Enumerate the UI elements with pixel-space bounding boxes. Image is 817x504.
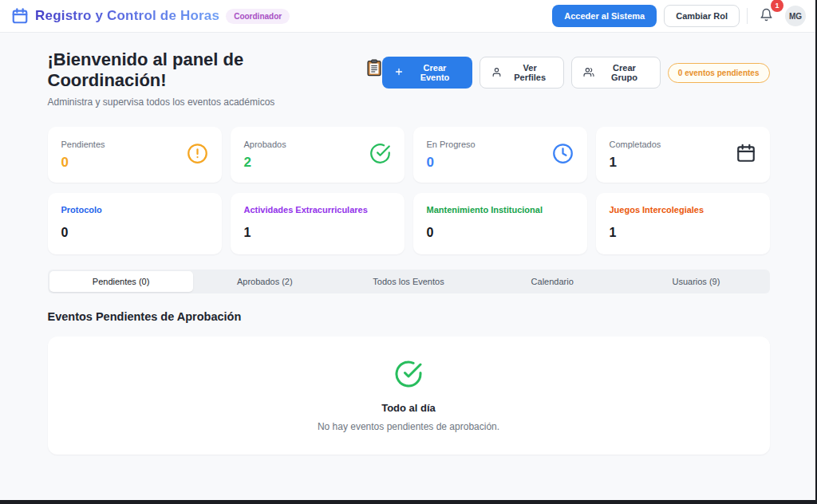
category-value: 1 xyxy=(244,226,391,240)
user-icon xyxy=(491,67,502,79)
stat-card-pendientes: Pendientes 0 xyxy=(48,127,222,183)
brand: Registro y Control de Horas Coordinador xyxy=(11,7,290,25)
empty-state-title: Todo al día xyxy=(381,402,436,414)
tab-todos-los-eventos[interactable]: Todos los Eventos xyxy=(337,271,480,292)
category-value: 0 xyxy=(61,226,208,240)
stat-label: Aprobados xyxy=(244,140,286,149)
change-role-button[interactable]: Cambiar Rol xyxy=(664,5,740,27)
tab-calendario[interactable]: Calendario xyxy=(480,271,624,292)
create-group-button[interactable]: Crear Grupo xyxy=(571,57,661,89)
category-value: 1 xyxy=(610,226,756,240)
view-profiles-label: Ver Perfiles xyxy=(507,63,552,82)
notification-count-badge: 1 xyxy=(771,0,783,12)
tab-pendientes[interactable]: Pendientes (0) xyxy=(49,271,193,292)
empty-state-message: No hay eventos pendientes de aprobación. xyxy=(318,421,499,432)
top-header: Registro y Control de Horas Coordinador … xyxy=(0,0,817,33)
stat-card-en-progreso: En Progreso 0 xyxy=(413,127,587,183)
header-actions: Acceder al Sistema Cambiar Rol 1 MG xyxy=(552,5,806,28)
check-circle-icon xyxy=(369,143,391,167)
create-event-button[interactable]: Crear Evento xyxy=(382,57,472,89)
stat-value: 2 xyxy=(244,155,286,171)
clock-icon xyxy=(552,143,574,167)
category-label: Juegos Intercolegiales xyxy=(610,205,756,215)
welcome-text: ¡Bienvenido al panel de Coordinación! Ad… xyxy=(48,49,382,108)
plus-icon xyxy=(394,67,404,78)
calendar-icon xyxy=(736,143,756,167)
tab-bar: Pendientes (0) Aprobados (2) Todos los E… xyxy=(48,270,770,293)
page-title-text: ¡Bienvenido al panel de Coordinación! xyxy=(48,49,359,91)
stat-value: 0 xyxy=(61,155,105,171)
tab-usuarios[interactable]: Usuarios (9) xyxy=(624,271,768,292)
page-subtitle: Administra y supervisa todos los eventos… xyxy=(48,96,382,108)
role-badge: Coordinador xyxy=(226,9,290,24)
category-card-actividades: Actividades Extracurriculares 1 xyxy=(231,193,405,254)
notifications-bell-button[interactable]: 1 xyxy=(755,5,778,28)
window-edge-bottom xyxy=(0,500,817,504)
check-circle-icon xyxy=(394,360,423,392)
stat-label: Pendientes xyxy=(61,140,105,149)
create-group-label: Crear Grupo xyxy=(600,63,649,82)
clipboard-icon xyxy=(366,59,382,81)
main-content: ¡Bienvenido al panel de Coordinación! Ad… xyxy=(48,33,770,455)
users-icon xyxy=(583,67,594,79)
stat-card-aprobados: Aprobados 2 xyxy=(231,127,405,183)
stat-card-completados: Completados 1 xyxy=(596,127,770,183)
welcome-section: ¡Bienvenido al panel de Coordinación! Ad… xyxy=(48,49,770,108)
category-label: Mantenimiento Institucional xyxy=(427,205,574,215)
stat-label: En Progreso xyxy=(427,140,476,149)
stat-value: 1 xyxy=(610,155,661,171)
category-label: Actividades Extracurriculares xyxy=(244,205,391,215)
empty-state-card: Todo al día No hay eventos pendientes de… xyxy=(48,337,770,455)
category-card-protocolo: Protocolo 0 xyxy=(48,193,222,254)
alert-circle-icon xyxy=(187,143,208,167)
user-avatar[interactable]: MG xyxy=(785,6,806,26)
stat-label: Completados xyxy=(610,140,661,149)
stat-value: 0 xyxy=(427,155,476,171)
stats-row: Pendientes 0 Aprobados 2 En Progre xyxy=(48,127,770,183)
access-system-button[interactable]: Acceder al Sistema xyxy=(552,5,657,27)
bell-icon xyxy=(760,10,773,24)
action-buttons: Crear Evento Ver Perfiles Crear Grupo xyxy=(382,57,770,89)
section-heading: Eventos Pendientes de Aprobación xyxy=(48,310,770,323)
pending-events-badge: 0 eventos pendientes xyxy=(668,63,770,83)
calendar-logo-icon xyxy=(11,7,29,25)
category-card-juegos: Juegos Intercolegiales 1 xyxy=(596,193,770,254)
category-label: Protocolo xyxy=(61,205,208,215)
app-title: Registro y Control de Horas xyxy=(35,8,219,24)
create-event-label: Crear Evento xyxy=(409,63,460,82)
category-value: 0 xyxy=(427,226,574,240)
category-card-mantenimiento: Mantenimiento Institucional 0 xyxy=(413,193,587,254)
divider xyxy=(747,8,748,24)
page-title: ¡Bienvenido al panel de Coordinación! xyxy=(48,49,382,91)
view-profiles-button[interactable]: Ver Perfiles xyxy=(480,57,564,89)
tab-aprobados[interactable]: Aprobados (2) xyxy=(193,271,337,292)
category-row: Protocolo 0 Actividades Extracurriculare… xyxy=(48,193,770,254)
